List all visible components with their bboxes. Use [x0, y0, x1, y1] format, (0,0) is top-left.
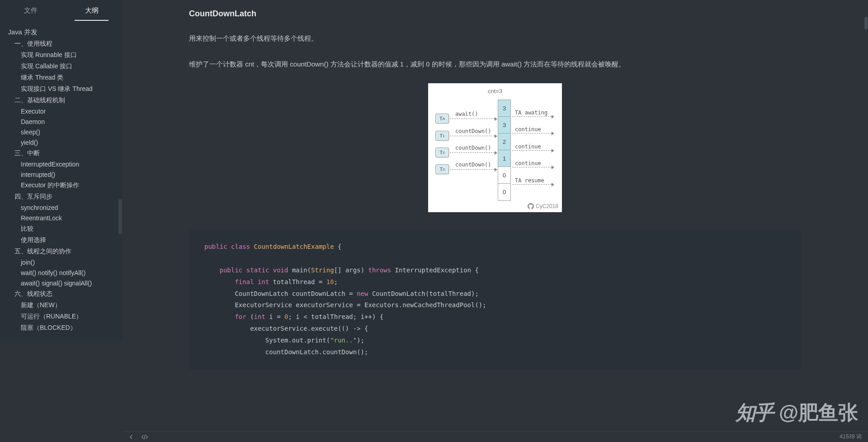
outline-item[interactable]: sleep() [0, 127, 122, 137]
outline-item[interactable]: 二、基础线程机制 [0, 95, 122, 106]
word-count[interactable]: 41539 词 [840, 433, 862, 441]
diagram-method-label: countDown() [455, 128, 491, 134]
code-block: public class CountdownLatchExample { pub… [189, 230, 801, 369]
statusbar: 41539 词 [122, 431, 868, 442]
diagram-state-label: continue [515, 126, 541, 133]
diagram-state-label: TA awating [515, 109, 547, 116]
diagram-credit: CyC2018 [528, 203, 558, 209]
outline-tree: Java 并发一、使用线程实现 Runnable 接口实现 Callable 接… [0, 21, 122, 342]
outline-item[interactable]: 三、中断 [0, 147, 122, 159]
diagram-stack-cell: 0 [498, 167, 510, 184]
diagram-state-label: continue [515, 143, 541, 150]
paragraph: 维护了一个计数器 cnt，每次调用 countDown() 方法会让计数器的值减… [189, 58, 801, 71]
outline-item[interactable]: ReentrantLock [0, 213, 122, 223]
diagram-cnt-label: cnt=3 [428, 88, 562, 95]
outline-item[interactable]: synchronized [0, 202, 122, 213]
tab-file[interactable]: 文件 [0, 0, 61, 21]
outline-item[interactable]: wait() notify() notifyAll() [0, 267, 122, 278]
diagram-stack-cell: 3 [498, 100, 510, 117]
outline-item[interactable]: 实现 Callable 接口 [0, 61, 122, 72]
outline-item[interactable]: 实现 Runnable 接口 [0, 49, 122, 61]
outline-item[interactable]: Daemon [0, 116, 122, 127]
outline-item[interactable]: Executor [0, 106, 122, 116]
outline-item[interactable]: 比较 [0, 223, 122, 234]
diagram-method-label: await() [455, 111, 478, 117]
outline-item[interactable]: yield() [0, 137, 122, 147]
diagram-stack-cell: 1 [498, 150, 510, 167]
outline-item[interactable]: 阻塞（BLOCKED） [0, 322, 122, 333]
outline-item[interactable]: interrupted() [0, 169, 122, 180]
paragraph: 用来控制一个或者多个线程等待多个线程。 [189, 32, 801, 45]
diagram-arrow [450, 169, 497, 170]
sidebar: 文件 大纲 Java 并发一、使用线程实现 Runnable 接口实现 Call… [0, 0, 122, 342]
diagram-arrow [450, 136, 497, 136]
diagram-method-label: countDown() [455, 145, 491, 151]
sidebar-tabs: 文件 大纲 [0, 0, 122, 21]
diagram-thread-box: T3 [435, 164, 449, 174]
diagram-state-label: TA resume [515, 177, 544, 184]
diagram-arrow [450, 152, 497, 153]
diagram-thread-box: TA [435, 114, 449, 124]
sidebar-scrollbar[interactable] [118, 199, 122, 234]
outline-item[interactable]: 可运行（RUNABLE） [0, 311, 122, 322]
diagram-thread-box: T1 [435, 131, 449, 141]
diagram-thread-box: T2 [435, 147, 449, 157]
outline-item[interactable]: 继承 Thread 类 [0, 72, 122, 83]
outline-item[interactable]: 使用选择 [0, 234, 122, 246]
diagram-arrow [512, 184, 554, 185]
outline-item[interactable]: 四、互斥同步 [0, 191, 122, 202]
diagram-state-label: continue [515, 160, 541, 166]
outline-item[interactable]: 六、线程状态 [0, 288, 122, 299]
sidebar-toggle-icon[interactable] [128, 434, 134, 440]
section-title: CountDownLatch [189, 0, 801, 19]
outline-item[interactable]: Java 并发 [0, 26, 122, 38]
main-scrollbar[interactable] [864, 17, 868, 29]
diagram-stack: 332100 [498, 100, 511, 201]
content-area: CountDownLatch 用来控制一个或者多个线程等待多个线程。 维护了一个… [122, 0, 868, 431]
diagram-arrow [512, 167, 554, 167]
outline-item[interactable]: await() signal() signalAll() [0, 278, 122, 288]
outline-item[interactable]: 实现接口 VS 继承 Thread [0, 83, 122, 95]
outline-item[interactable]: 五、线程之间的协作 [0, 246, 122, 257]
outline-item[interactable]: InterruptedException [0, 159, 122, 169]
diagram-arrow [512, 150, 554, 151]
diagram-stack-cell: 3 [498, 117, 510, 133]
diagram-stack-cell: 2 [498, 133, 510, 150]
diagram-method-label: countDown() [455, 162, 491, 168]
outline-item[interactable]: join() [0, 257, 122, 267]
tab-outline[interactable]: 大纲 [61, 0, 122, 21]
diagram-arrow [450, 119, 497, 119]
diagram-arrow [512, 116, 554, 117]
diagram-stack-cell: 0 [498, 184, 510, 200]
diagram-arrow [512, 133, 554, 133]
outline-item[interactable]: Executor 的中断操作 [0, 180, 122, 191]
outline-item[interactable]: 一、使用线程 [0, 38, 122, 49]
source-mode-icon[interactable] [141, 434, 148, 440]
outline-item[interactable]: 新建（NEW） [0, 299, 122, 311]
diagram-container: cnt=3332100TAawait()T1countDown()T2count… [189, 83, 801, 212]
countdownlatch-diagram: cnt=3332100TAawait()T1countDown()T2count… [428, 83, 562, 212]
